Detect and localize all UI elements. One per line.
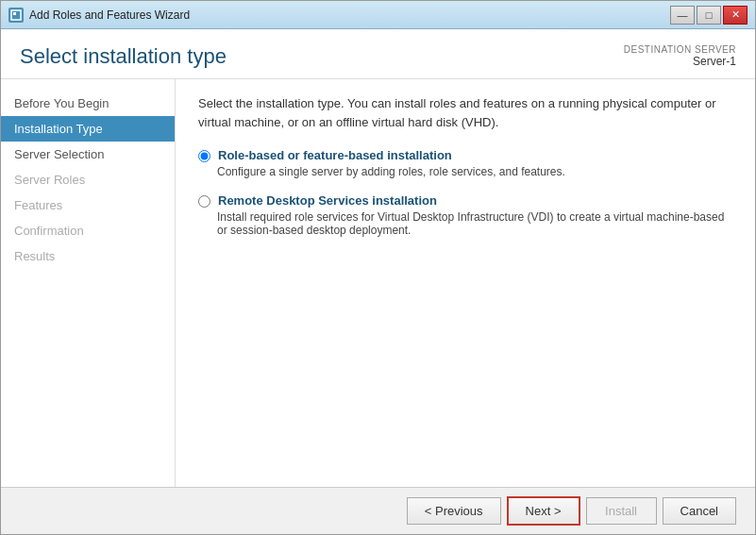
previous-button[interactable]: < Previous (407, 497, 501, 525)
radio-label-remote-desktop[interactable]: Remote Desktop Services installation (198, 193, 732, 208)
sidebar-item-server-selection[interactable]: Server Selection (1, 142, 175, 167)
minimize-button[interactable]: — (670, 6, 695, 25)
window-title: Add Roles and Features Wizard (29, 8, 190, 22)
sidebar: Before You Begin Installation Type Serve… (1, 79, 176, 487)
content-area: Select the installation type. You can in… (176, 79, 755, 487)
svg-rect-1 (13, 12, 16, 15)
maximize-button[interactable]: □ (697, 6, 721, 25)
sidebar-item-server-roles: Server Roles (1, 167, 175, 192)
sidebar-item-before-you-begin[interactable]: Before You Begin (1, 91, 175, 116)
title-bar: Add Roles and Features Wizard — □ ✕ (1, 1, 755, 29)
cancel-button[interactable]: Cancel (663, 497, 736, 525)
close-button[interactable]: ✕ (723, 6, 748, 25)
destination-label: DESTINATION SERVER (624, 44, 736, 55)
radio-role-based[interactable] (198, 150, 210, 162)
body-area: Before You Begin Installation Type Serve… (1, 79, 755, 487)
radio-label-role-based[interactable]: Role-based or feature-based installation (198, 148, 732, 162)
radio-title-role-based: Role-based or feature-based installation (218, 148, 452, 162)
install-button[interactable]: Install (586, 497, 657, 525)
radio-desc-remote-desktop: Install required role services for Virtu… (217, 210, 732, 237)
sidebar-item-confirmation: Confirmation (1, 218, 175, 243)
sidebar-item-installation-type[interactable]: Installation Type (1, 116, 175, 142)
next-button[interactable]: Next > (507, 496, 580, 526)
wizard-window: Add Roles and Features Wizard — □ ✕ Sele… (0, 0, 756, 535)
sidebar-item-results: Results (1, 243, 175, 269)
description-text: Select the installation type. You can in… (198, 94, 732, 131)
page-title: Select installation type (20, 44, 227, 69)
sidebar-item-features: Features (1, 192, 175, 218)
radio-option-remote-desktop: Remote Desktop Services installation Ins… (198, 193, 732, 237)
window-controls: — □ ✕ (670, 6, 748, 25)
destination-name: Server-1 (624, 55, 736, 68)
title-bar-left: Add Roles and Features Wizard (8, 8, 190, 23)
header-area: Select installation type DESTINATION SER… (1, 29, 755, 79)
main-content: Select installation type DESTINATION SER… (1, 29, 755, 487)
window-icon (8, 8, 24, 23)
destination-server: DESTINATION SERVER Server-1 (624, 44, 736, 68)
radio-title-remote-desktop: Remote Desktop Services installation (218, 193, 437, 208)
radio-option-role-based: Role-based or feature-based installation… (198, 148, 732, 178)
radio-remote-desktop[interactable] (198, 195, 210, 208)
radio-desc-role-based: Configure a single server by adding role… (217, 165, 732, 178)
footer: < Previous Next > Install Cancel (1, 487, 755, 534)
